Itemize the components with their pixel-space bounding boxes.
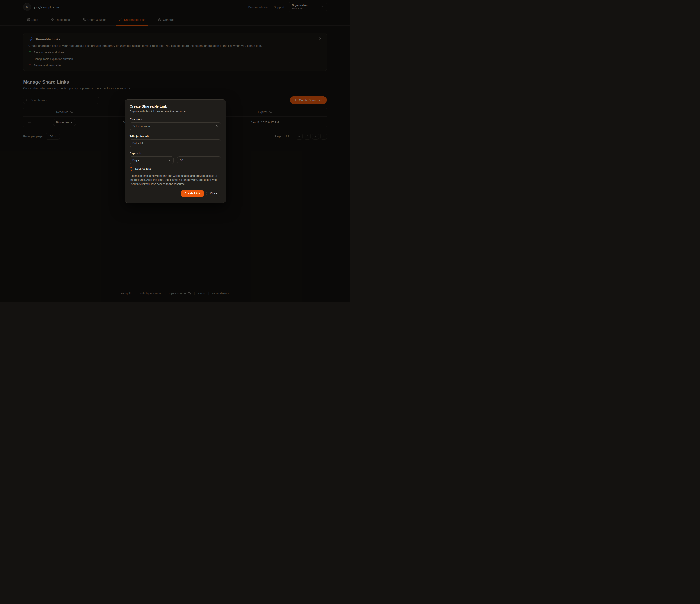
chevron-down-icon xyxy=(168,159,171,162)
expiration-note: Expiration time is how long the link wil… xyxy=(130,174,221,186)
resource-select[interactable]: Select resource xyxy=(130,123,221,130)
create-shareable-link-modal: Create Shareable Link Anyone with this l… xyxy=(125,100,226,203)
title-field-label: Title (optional) xyxy=(130,135,221,138)
modal-title: Create Shareable Link xyxy=(130,104,221,109)
chevrons-up-down-icon xyxy=(216,125,218,128)
expire-value-input[interactable] xyxy=(180,159,219,162)
never-expire-radio[interactable] xyxy=(130,167,133,171)
expire-in-label: Expire In xyxy=(130,152,221,155)
create-link-button[interactable]: Create Link xyxy=(181,190,204,197)
title-field xyxy=(130,139,221,147)
expire-value-field xyxy=(177,156,221,164)
close-button[interactable]: Close xyxy=(206,190,221,197)
never-expire-option[interactable]: Never expire xyxy=(130,167,221,171)
expire-unit-select[interactable]: Days xyxy=(130,156,174,164)
expire-unit-value: Days xyxy=(132,159,139,162)
modal-subtitle: Anyone with this link can access the res… xyxy=(130,110,221,113)
resource-field-label: Resource xyxy=(130,118,221,121)
resource-select-placeholder: Select resource xyxy=(132,125,152,128)
never-expire-label: Never expire xyxy=(135,167,151,170)
modal-close-icon[interactable] xyxy=(219,104,222,107)
title-input[interactable] xyxy=(132,141,218,145)
